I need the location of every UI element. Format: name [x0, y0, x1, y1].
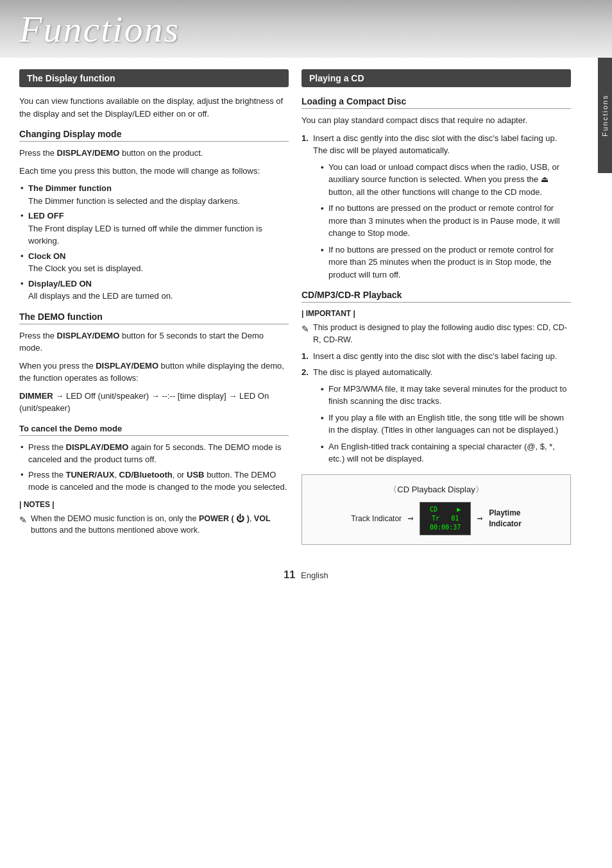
screen-line3: 00:00:37 — [425, 523, 465, 532]
list-item: An English-titled track containing a spe… — [319, 440, 571, 465]
page-header: Functions — [0, 0, 612, 58]
eject-icon: ⏏ — [541, 173, 548, 186]
main-content: The Display function You can view functi… — [0, 58, 612, 556]
list-item: For MP3/WMA file, it may take several mi… — [319, 383, 571, 408]
list-item: The Dimmer functionThe Dimmer function i… — [19, 182, 289, 207]
page-footer: 11 English — [0, 563, 612, 587]
display-section-header: The Display function — [19, 69, 289, 87]
cd-display-box: 〈CD Playback Display〉 Track Indicator CD… — [302, 474, 571, 545]
display-each-time: Each time you press this button, the mod… — [19, 165, 289, 178]
screen-line1: CD ▶ — [425, 505, 465, 514]
cdmp3-title: CD/MP3/CD-R Playback — [302, 290, 571, 303]
loading-cd-title: Loading a Compact Disc — [302, 96, 571, 109]
svg-marker-1 — [412, 517, 413, 521]
changing-display-title: Changing Display mode — [19, 129, 289, 142]
list-item: LED OFFThe Front display LED is turned o… — [19, 210, 289, 247]
list-item: Press the TUNER/AUX, CD/Bluetooth, or US… — [19, 469, 289, 494]
list-item: If you play a file with an English title… — [319, 412, 571, 437]
cd-screen: CD ▶ Tr 01 00:00:37 — [420, 502, 471, 535]
side-tab-functions: Functions — [598, 58, 612, 173]
cd-display-title: 〈CD Playback Display〉 — [312, 484, 560, 496]
loading-steps: Insert a disc gently into the disc slot … — [302, 132, 571, 281]
list-item: Press the DISPLAY/DEMO again for 5 secon… — [19, 441, 289, 466]
track-indicator-label: Track Indicator — [351, 514, 402, 523]
notes-icon: ✎ — [19, 513, 27, 537]
cd-display-inner: Track Indicator CD ▶ Tr 01 00:00:37 Play… — [312, 502, 560, 535]
important-header: | IMPORTANT | — [302, 308, 571, 319]
display-intro: You can view functions available on the … — [19, 95, 289, 120]
svg-marker-3 — [481, 517, 482, 521]
cdmp3-steps: Insert a disc gently into the disc slot … — [302, 350, 571, 465]
important-icon: ✎ — [302, 322, 309, 346]
important-item: ✎ This product is designed to play the f… — [302, 322, 571, 346]
arrow-right-icon — [408, 516, 413, 521]
list-item: The disc is played automatically. For MP… — [302, 366, 571, 465]
demo-para1: Press the DISPLAY/DEMO button for 5 seco… — [19, 330, 289, 355]
playing-cd-header: Playing a CD — [302, 69, 571, 87]
cdmp3-sub-bullets: For MP3/WMA file, it may take several mi… — [319, 383, 571, 465]
list-item: If no buttons are pressed on the product… — [319, 202, 571, 240]
screen-line2: Tr 01 — [425, 514, 465, 523]
demo-para2: When you press the DISPLAY/DEMO button w… — [19, 360, 289, 385]
demo-section-title: The DEMO function — [19, 312, 289, 324]
loading-sub-bullets: You can load or unload compact discs whe… — [319, 161, 571, 281]
list-item: Clock ONThe Clock you set is displayed. — [19, 250, 289, 275]
dimmer-sequence: DIMMER → LED Off (unit/speaker) → --:-- … — [19, 390, 289, 415]
notes-header: | NOTES | — [19, 499, 289, 510]
list-item: If no buttons are pressed on the product… — [319, 244, 571, 281]
language-label: English — [301, 571, 328, 580]
list-item: Insert a disc gently into the disc slot … — [302, 350, 571, 363]
list-item: Display/LED ONAll displays and the LED a… — [19, 278, 289, 303]
display-press-para: Press the DISPLAY/DEMO button on the pro… — [19, 147, 289, 160]
loading-cd-intro: You can play standard compact discs that… — [302, 114, 571, 127]
page-number: 11 — [284, 569, 295, 580]
display-mode-list: The Dimmer functionThe Dimmer function i… — [19, 182, 289, 303]
cancel-demo-list: Press the DISPLAY/DEMO again for 5 secon… — [19, 441, 289, 494]
list-item: You can load or unload compact discs whe… — [319, 161, 571, 199]
cancel-demo-title: To cancel the Demo mode — [19, 424, 289, 436]
left-column: The Display function You can view functi… — [19, 69, 289, 545]
right-column: Playing a CD Loading a Compact Disc You … — [302, 69, 571, 545]
playtime-indicator-label: Playtime Indicator — [489, 508, 522, 530]
list-item: Insert a disc gently into the disc slot … — [302, 132, 571, 281]
notes-item: ✎ When the DEMO music function is on, on… — [19, 513, 289, 537]
page-title: Functions — [19, 8, 180, 51]
arrow-right-icon2 — [477, 516, 482, 521]
